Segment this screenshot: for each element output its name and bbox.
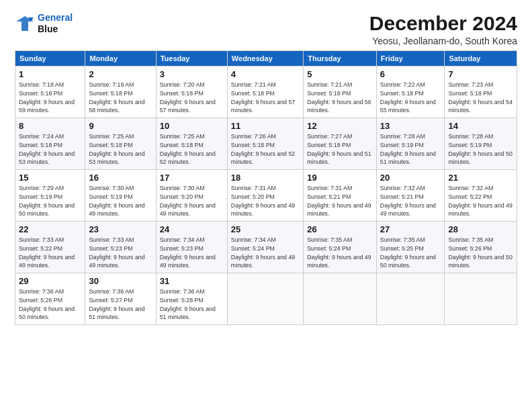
day-number: 20: [380, 173, 441, 183]
col-sunday: Sunday: [15, 51, 85, 66]
cell-info: Sunrise: 7:36 AMSunset: 5:27 PMDaylight:…: [89, 288, 144, 320]
table-row: 30 Sunrise: 7:36 AMSunset: 5:27 PMDaylig…: [85, 273, 156, 325]
cell-info: Sunrise: 7:32 AMSunset: 5:21 PMDaylight:…: [380, 185, 436, 217]
day-number: 8: [19, 121, 81, 131]
table-row: [376, 273, 445, 325]
header-row: Sunday Monday Tuesday Wednesday Thursday…: [15, 51, 517, 66]
day-number: 24: [160, 224, 224, 234]
table-row: 24 Sunrise: 7:34 AMSunset: 5:23 PMDaylig…: [156, 222, 227, 273]
table-row: 12 Sunrise: 7:27 AMSunset: 5:18 PMDaylig…: [304, 118, 377, 170]
logo-bird-icon: [15, 15, 35, 32]
table-row: 29 Sunrise: 7:36 AMSunset: 5:26 PMDaylig…: [15, 273, 85, 325]
cell-info: Sunrise: 7:33 AMSunset: 5:23 PMDaylight:…: [89, 236, 144, 269]
table-row: 26 Sunrise: 7:35 AMSunset: 5:24 PMDaylig…: [304, 222, 377, 273]
table-row: 25 Sunrise: 7:34 AMSunset: 5:24 PMDaylig…: [227, 222, 303, 273]
cell-info: Sunrise: 7:34 AMSunset: 5:23 PMDaylight:…: [160, 236, 216, 269]
cell-info: Sunrise: 7:28 AMSunset: 5:19 PMDaylight:…: [448, 133, 512, 165]
col-friday: Friday: [376, 51, 445, 66]
week-row-2: 8 Sunrise: 7:24 AMSunset: 5:18 PMDayligh…: [15, 118, 517, 170]
table-row: 7 Sunrise: 7:23 AMSunset: 5:18 PMDayligh…: [445, 66, 517, 118]
cell-info: Sunrise: 7:36 AMSunset: 5:26 PMDaylight:…: [19, 288, 75, 320]
title-block: December 2024 Yeosu, Jeollanam-do, South…: [369, 12, 517, 46]
table-row: 10 Sunrise: 7:25 AMSunset: 5:18 PMDaylig…: [156, 118, 227, 170]
week-row-5: 29 Sunrise: 7:36 AMSunset: 5:26 PMDaylig…: [15, 273, 517, 325]
table-row: 18 Sunrise: 7:31 AMSunset: 5:20 PMDaylig…: [227, 170, 303, 222]
col-thursday: Thursday: [304, 51, 377, 66]
day-number: 12: [307, 121, 373, 131]
cell-info: Sunrise: 7:31 AMSunset: 5:20 PMDaylight:…: [231, 185, 295, 217]
cell-info: Sunrise: 7:21 AMSunset: 5:18 PMDaylight:…: [307, 81, 371, 113]
day-number: 25: [231, 224, 300, 234]
day-number: 17: [160, 173, 224, 183]
calendar-table: Sunday Monday Tuesday Wednesday Thursday…: [15, 50, 517, 325]
table-row: 9 Sunrise: 7:25 AMSunset: 5:18 PMDayligh…: [85, 118, 156, 170]
day-number: 27: [380, 224, 441, 234]
day-number: 22: [19, 224, 81, 234]
col-wednesday: Wednesday: [227, 51, 303, 66]
cell-info: Sunrise: 7:23 AMSunset: 5:18 PMDaylight:…: [448, 81, 512, 113]
table-row: 28 Sunrise: 7:35 AMSunset: 5:26 PMDaylig…: [445, 222, 517, 273]
day-number: 31: [160, 276, 224, 286]
header: General Blue December 2024 Yeosu, Jeolla…: [15, 12, 517, 46]
subtitle: Yeosu, Jeollanam-do, South Korea: [369, 36, 517, 46]
day-number: 19: [307, 173, 373, 183]
day-number: 18: [231, 173, 300, 183]
table-row: 19 Sunrise: 7:31 AMSunset: 5:21 PMDaylig…: [304, 170, 377, 222]
table-row: 15 Sunrise: 7:29 AMSunset: 5:19 PMDaylig…: [15, 170, 85, 222]
cell-info: Sunrise: 7:35 AMSunset: 5:25 PMDaylight:…: [380, 236, 436, 269]
cell-info: Sunrise: 7:30 AMSunset: 5:20 PMDaylight:…: [160, 185, 216, 217]
table-row: 4 Sunrise: 7:21 AMSunset: 5:18 PMDayligh…: [227, 66, 303, 118]
day-number: 26: [307, 224, 373, 234]
table-row: 14 Sunrise: 7:28 AMSunset: 5:19 PMDaylig…: [445, 118, 517, 170]
day-number: 29: [19, 276, 81, 286]
table-row: 5 Sunrise: 7:21 AMSunset: 5:18 PMDayligh…: [304, 66, 377, 118]
table-row: [304, 273, 377, 325]
table-row: 13 Sunrise: 7:28 AMSunset: 5:19 PMDaylig…: [376, 118, 445, 170]
day-number: 6: [380, 69, 441, 79]
cell-info: Sunrise: 7:25 AMSunset: 5:18 PMDaylight:…: [89, 133, 144, 165]
table-row: 3 Sunrise: 7:20 AMSunset: 5:18 PMDayligh…: [156, 66, 227, 118]
cell-info: Sunrise: 7:19 AMSunset: 5:18 PMDaylight:…: [89, 81, 144, 113]
cell-info: Sunrise: 7:33 AMSunset: 5:22 PMDaylight:…: [19, 236, 75, 269]
table-row: 27 Sunrise: 7:35 AMSunset: 5:25 PMDaylig…: [376, 222, 445, 273]
week-row-4: 22 Sunrise: 7:33 AMSunset: 5:22 PMDaylig…: [15, 222, 517, 273]
table-row: 20 Sunrise: 7:32 AMSunset: 5:21 PMDaylig…: [376, 170, 445, 222]
cell-info: Sunrise: 7:35 AMSunset: 5:24 PMDaylight:…: [307, 236, 371, 269]
cell-info: Sunrise: 7:30 AMSunset: 5:19 PMDaylight:…: [89, 185, 144, 217]
table-row: 11 Sunrise: 7:26 AMSunset: 5:18 PMDaylig…: [227, 118, 303, 170]
cell-info: Sunrise: 7:18 AMSunset: 5:18 PMDaylight:…: [19, 81, 75, 113]
cell-info: Sunrise: 7:22 AMSunset: 5:18 PMDaylight:…: [380, 81, 436, 113]
day-number: 9: [89, 121, 152, 131]
table-row: 8 Sunrise: 7:24 AMSunset: 5:18 PMDayligh…: [15, 118, 85, 170]
cell-info: Sunrise: 7:31 AMSunset: 5:21 PMDaylight:…: [307, 185, 371, 217]
cell-info: Sunrise: 7:27 AMSunset: 5:18 PMDaylight:…: [307, 133, 371, 165]
main-title: December 2024: [369, 12, 517, 34]
table-row: 31 Sunrise: 7:36 AMSunset: 5:28 PMDaylig…: [156, 273, 227, 325]
week-row-1: 1 Sunrise: 7:18 AMSunset: 5:18 PMDayligh…: [15, 66, 517, 118]
day-number: 13: [380, 121, 441, 131]
day-number: 23: [89, 224, 152, 234]
table-row: [227, 273, 303, 325]
day-number: 3: [160, 69, 224, 79]
logo-text: General Blue: [38, 12, 73, 35]
day-number: 1: [19, 69, 81, 79]
table-row: 16 Sunrise: 7:30 AMSunset: 5:19 PMDaylig…: [85, 170, 156, 222]
day-number: 28: [448, 224, 513, 234]
col-monday: Monday: [85, 51, 156, 66]
cell-info: Sunrise: 7:29 AMSunset: 5:19 PMDaylight:…: [19, 185, 75, 217]
col-tuesday: Tuesday: [156, 51, 227, 66]
col-saturday: Saturday: [445, 51, 517, 66]
logo: General Blue: [15, 12, 73, 35]
table-row: 21 Sunrise: 7:32 AMSunset: 5:22 PMDaylig…: [445, 170, 517, 222]
week-row-3: 15 Sunrise: 7:29 AMSunset: 5:19 PMDaylig…: [15, 170, 517, 222]
day-number: 16: [89, 173, 152, 183]
day-number: 15: [19, 173, 81, 183]
table-row: [445, 273, 517, 325]
cell-info: Sunrise: 7:21 AMSunset: 5:18 PMDaylight:…: [231, 81, 295, 113]
table-row: 1 Sunrise: 7:18 AMSunset: 5:18 PMDayligh…: [15, 66, 85, 118]
cell-info: Sunrise: 7:32 AMSunset: 5:22 PMDaylight:…: [448, 185, 512, 217]
cell-info: Sunrise: 7:25 AMSunset: 5:18 PMDaylight:…: [160, 133, 216, 165]
cell-info: Sunrise: 7:26 AMSunset: 5:18 PMDaylight:…: [231, 133, 295, 165]
day-number: 4: [231, 69, 300, 79]
day-number: 14: [448, 121, 513, 131]
